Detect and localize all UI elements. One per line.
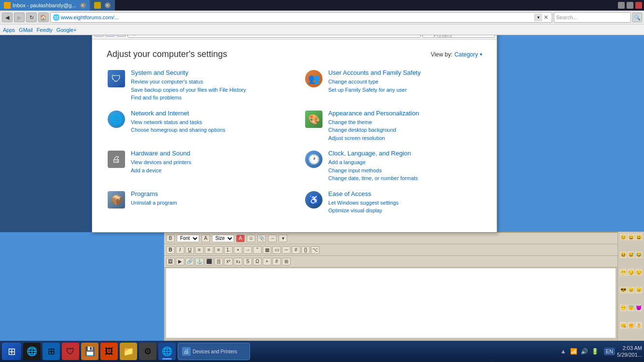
home-button[interactable]: 🏠 [38,13,49,22]
editor-align-right-btn[interactable]: ≡ [214,246,223,254]
address-clear[interactable]: ✕ [542,14,550,21]
taskbar-tiles-icon[interactable]: ⊞ [42,343,60,360]
emoji-1[interactable]: 😊 [620,234,627,240]
emoji-3[interactable]: 😃 [635,234,642,240]
editor-quote-btn[interactable]: " [253,246,262,254]
editor-plus-btn[interactable]: + [263,258,271,265]
editor-font-select[interactable]: Font [177,235,199,242]
appearance-link-0[interactable]: Change the theme [328,118,419,126]
editor-col-btn[interactable]: ||| [214,258,223,265]
editor-hr-btn[interactable]: ─ [282,246,291,254]
refresh-button[interactable]: ↻ [26,13,37,22]
emoji-12[interactable]: 😑 [635,287,642,293]
emoji-10[interactable]: 😎 [620,287,627,293]
editor-size-btn[interactable]: A [201,235,210,242]
editor-italic-btn[interactable]: I [176,246,184,254]
emoji-6[interactable]: 😂 [635,251,642,258]
emoji-2[interactable]: 😄 [628,234,634,240]
editor-link-btn[interactable]: 🔗 [185,258,194,265]
ease-link-1[interactable]: Optimize visual display [328,207,399,215]
editor-hash2-btn[interactable]: # [272,258,281,265]
editor-indent-btn[interactable]: → [243,246,252,254]
browser-tab-2[interactable]: ✕ [90,0,115,11]
emoji-9[interactable]: 😒 [635,269,642,276]
editor-bold-btn[interactable]: B [166,246,175,254]
tray-icon-battery[interactable]: 🔋 [591,348,599,355]
browser-search-button[interactable]: 🔍 [632,13,642,22]
hardware-title[interactable]: Hardware and Sound [131,150,191,157]
editor-size-select[interactable]: Size [212,235,234,242]
emoji-5[interactable]: 😅 [628,251,634,258]
taskbar-photos-icon[interactable]: 🖼 [100,343,118,360]
editor-attach-btn[interactable]: 📎 [257,235,266,242]
editor-img-btn[interactable]: 🖼 [166,258,175,265]
editor-smiley-btn[interactable]: ☺ [247,235,255,242]
start-button[interactable]: ⊞ [2,343,21,360]
editor-textarea[interactable] [166,268,616,338]
editor-table-btn[interactable]: ▦ [263,246,271,254]
clock-link-1[interactable]: Change input methods [328,167,418,175]
address-bar[interactable]: 🌐 www.eightforums.com/... ▾ ✕ [50,12,552,23]
editor-ul-btn[interactable]: • [234,246,242,254]
emoji-4[interactable]: 😆 [620,251,627,258]
browser-minimize-btn[interactable] [618,2,625,9]
editor-extra-btn[interactable]: ⌥ [311,246,320,254]
system-security-title[interactable]: System and Security [131,69,246,76]
emoji-18[interactable]: 👌 [635,322,642,329]
view-by-chevron-icon[interactable]: ▾ [480,52,482,57]
editor-font-btn[interactable]: B [166,235,175,242]
tray-icon-volume[interactable]: 🔊 [581,348,588,355]
browser-tab-inbox[interactable]: Inbox - paulashbandy@g... ✕ [0,0,90,11]
hardware-link-1[interactable]: Add a device [131,167,191,175]
editor-video-btn[interactable]: ▶ [176,258,184,265]
fav-apps[interactable]: Apps [3,27,15,33]
editor-ol-btn[interactable]: 1. [224,246,233,254]
editor-align-left-btn[interactable]: ≡ [195,246,204,254]
tab-close-2[interactable]: ✕ [105,2,111,8]
view-by-value[interactable]: Category [454,51,478,58]
address-dropdown[interactable]: ▾ [534,14,542,21]
system-security-link-2[interactable]: Find and fix problems [131,94,246,102]
emoji-16[interactable]: 👊 [620,322,627,329]
editor-anchor-btn[interactable]: ⚓ [195,258,204,265]
editor-border-btn[interactable]: ▭ [272,246,281,254]
fav-feedly[interactable]: Feedly [37,27,53,33]
appearance-link-1[interactable]: Change desktop background [328,126,419,134]
taskbar-drive-icon[interactable]: 💾 [81,343,98,360]
emoji-17[interactable]: ✊ [628,322,634,329]
editor-sub-btn[interactable]: x₂ [234,258,242,265]
user-accounts-link-0[interactable]: Change account type [328,78,420,86]
emoji-15[interactable]: 😈 [635,305,642,311]
emoji-14[interactable]: 😇 [628,305,634,311]
fav-gmail[interactable]: GMail [19,27,33,33]
user-accounts-link-1[interactable]: Set up Family Safety for any user [328,86,420,94]
editor-strike-btn[interactable]: S [243,258,252,265]
tab-close-inbox[interactable]: ✕ [80,2,86,8]
network-link-1[interactable]: Choose homegroup and sharing options [131,126,225,134]
programs-link-0[interactable]: Uninstall a program [131,199,177,207]
browser-close-btn[interactable] [635,2,642,9]
taskbar-active-window[interactable]: 🖨 Devices and Printers [178,343,250,360]
system-security-link-0[interactable]: Review your computer's status [131,78,246,86]
editor-special-btn[interactable]: Ω [253,258,262,265]
appearance-link-2[interactable]: Adjust screen resolution [328,134,419,142]
network-title[interactable]: Network and Internet [131,110,225,117]
taskbar-explorer-icon[interactable]: 📁 [120,343,137,360]
ease-title[interactable]: Ease of Access [328,190,399,197]
emoji-7[interactable]: 😁 [620,269,627,276]
clock-link-0[interactable]: Add a language [328,158,418,167]
editor-hash-btn[interactable]: # [292,246,300,254]
editor-color-btn[interactable]: A [236,235,245,242]
editor-align-center-btn[interactable]: ≡ [205,246,213,254]
network-link-0[interactable]: View network status and tasks [131,118,225,126]
editor-arrow-btn[interactable]: → [268,235,277,242]
taskbar-shield-icon[interactable]: 🛡 [62,343,79,360]
hardware-link-0[interactable]: View devices and printers [131,158,191,167]
editor-underline-btn[interactable]: U [185,246,194,254]
editor-plugin-btn[interactable]: ⊞ [282,258,291,265]
ease-link-0[interactable]: Let Windows suggest settings [328,199,399,207]
browser-maximize-btn[interactable] [627,2,633,9]
taskbar-ie-icon[interactable]: 🌐 [158,343,176,360]
breadcrumb-root[interactable]: www.eightforums.com/... [61,14,119,20]
emoji-8[interactable]: 😏 [628,269,634,276]
